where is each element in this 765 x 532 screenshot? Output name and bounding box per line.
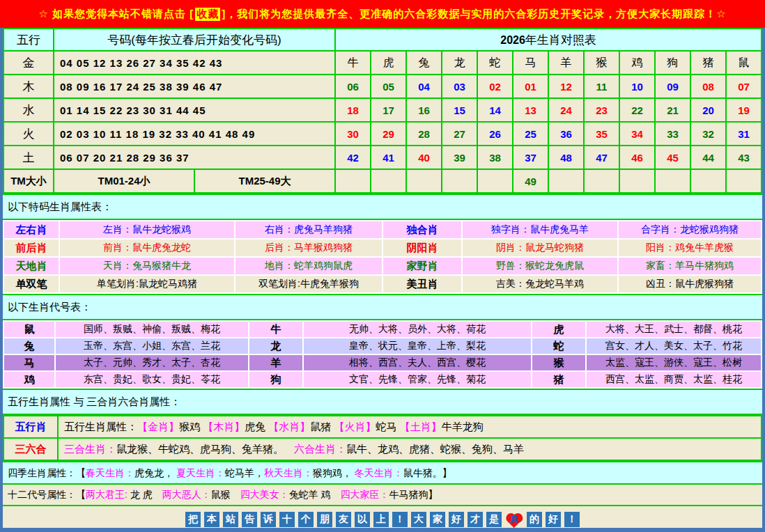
zodiac-number: 09 xyxy=(656,75,690,97)
text-segment: 虎兔龙， xyxy=(134,467,176,478)
text-segment: 春天生肖： xyxy=(86,467,134,478)
zodiac-number: 28 xyxy=(407,123,441,145)
element-row: 金04 05 12 13 26 27 34 35 42 43牛虎兔龙蛇马羊猴鸡狗… xyxy=(4,52,761,74)
zodiac-number: 14 xyxy=(478,99,512,121)
zodiac-label: 兔 xyxy=(407,52,441,74)
zodiac-number: 34 xyxy=(620,123,654,145)
slogan-char-box: 把 xyxy=(185,512,201,527)
text-segment: 猴鸡 xyxy=(179,421,203,432)
zodiac-label: 猪 xyxy=(691,52,725,74)
text-segment: 【水肖】 xyxy=(268,421,310,432)
element-label: 土 xyxy=(4,146,53,169)
attribute-label: 独合肖 xyxy=(383,221,461,238)
tm-zodiac-cell xyxy=(691,170,725,192)
zodiac-number: 01 xyxy=(513,75,548,97)
slogan-char-box: 个 xyxy=(298,512,314,527)
codes-value: 宫女、才人、美女、太子、竹花 xyxy=(587,338,761,354)
text-segment: 四大家臣： xyxy=(341,489,389,500)
element-row: 土06 07 20 21 28 29 36 374241403938374847… xyxy=(4,146,761,169)
main-header-row: 五行 号码(每年按立春后开始变化号码) 2026年生肖对照表 xyxy=(4,29,761,50)
attribute-value: 单笔划肖:鼠龙蛇马鸡猪 xyxy=(60,276,234,292)
zodiac-label: 龙 xyxy=(442,52,477,74)
top-banner: ☆ 如果您觉得本站不错请点击 [收藏]，我们将为您提供最齐全、更准确的六合彩数据… xyxy=(0,0,765,28)
zodiac-number: 17 xyxy=(371,99,405,121)
zodiac-label: 虎 xyxy=(371,52,405,74)
slogan-char-box: ！ xyxy=(392,512,408,527)
text-segment: 【土肖】 xyxy=(400,421,442,432)
attribute-value: 合字肖：龙蛇猴鸡狗猪 xyxy=(619,221,761,238)
text-segment: 十二代号属性：【 xyxy=(8,489,86,500)
zodiac-number: 46 xyxy=(620,146,654,169)
zodiac-number: 11 xyxy=(585,75,619,97)
codes-zodiac-label: 羊 xyxy=(249,355,302,370)
twelve-codes-row: 十二代号属性：【两大君王: 龙 虎 两大恶人：鼠猴 四大美女：兔蛇羊 鸡 四大家… xyxy=(3,483,762,506)
zodiac-number: 43 xyxy=(727,146,761,169)
zodiac-number: 38 xyxy=(478,146,512,169)
attribute-value: 左肖：鼠牛龙蛇猴鸡 xyxy=(60,221,234,238)
codes-zodiac-label: 猴 xyxy=(532,355,585,370)
slogan-char-box: 朋 xyxy=(317,512,332,527)
attribute-value: 阳肖：鸡兔牛羊虎猴 xyxy=(619,240,761,256)
zodiac-number: 45 xyxy=(656,146,690,169)
codes-zodiac-label: 鼠 xyxy=(4,322,54,337)
attribute-value: 阴肖：鼠龙马蛇狗猪 xyxy=(463,240,617,256)
zodiac-number: 41 xyxy=(371,146,405,169)
five-elements-table: 五行 号码(每年按立春后开始变化号码) 2026年生肖对照表 金04 05 12… xyxy=(3,28,762,194)
zodiac-number: 42 xyxy=(336,146,370,169)
section-title-codes: 以下生肖代号表： xyxy=(3,294,762,320)
slogan-char-box: 诉 xyxy=(261,512,276,527)
zodiac-label: 鼠 xyxy=(727,52,761,74)
element-numbers: 02 03 10 11 18 19 32 33 40 41 48 49 xyxy=(54,123,334,145)
codes-zodiac-label: 猪 xyxy=(532,372,585,387)
favorite-link[interactable]: 收藏 xyxy=(195,8,220,21)
zodiac-number: 03 xyxy=(442,75,477,97)
tm-row: TM大小TM01-24小TM25-49大49 xyxy=(4,170,761,192)
text-segment: 鼠牛猪。】 xyxy=(403,467,452,478)
wuxing-row: 三六合三合生肖：鼠龙猴、牛蛇鸡、虎马狗、兔羊猪。 六合生肖：鼠牛、龙鸡、虎猪、蛇… xyxy=(4,439,761,460)
slogan-char-box: 告 xyxy=(242,512,257,527)
section-title-attributes: 以下特码生肖属性表： xyxy=(3,194,762,220)
slogan-char-box: 的 xyxy=(527,512,542,527)
tm-zodiac-cell xyxy=(478,170,512,192)
header-wuxing: 五行 xyxy=(4,29,53,50)
attribute-row: 单双笔单笔划肖:鼠龙蛇马鸡猪双笔划肖:牛虎兔羊猴狗美丑肖吉美：兔龙蛇马羊鸡凶丑：… xyxy=(4,276,761,292)
tm-zodiac-cell: 49 xyxy=(513,170,548,192)
attribute-value: 双笔划肖:牛虎兔羊猴狗 xyxy=(235,276,382,292)
codes-zodiac-label: 马 xyxy=(4,355,54,370)
codes-value: 大将、大王、武士、都督、桃花 xyxy=(587,322,761,337)
codes-value: 太子、元帅、秀才、太子、杏花 xyxy=(56,355,248,370)
attribute-value: 吉美：兔龙蛇马羊鸡 xyxy=(463,276,617,292)
zodiac-number: 23 xyxy=(585,99,619,121)
zodiac-number: 44 xyxy=(691,146,725,169)
attribute-label: 前后肖 xyxy=(4,240,59,256)
codes-row: 兔玉帝、东宫、小姐、东宫、兰花龙皇帝、状元、皇帝、上帝、梨花蛇宫女、才人、美女、… xyxy=(4,338,761,354)
text-segment: 牛马猪狗】 xyxy=(389,489,438,500)
codes-value: 无帅、大将、员外、大将、荷花 xyxy=(304,322,531,337)
text-segment: 鼠猴 xyxy=(211,489,240,500)
text-segment: 蛇马 xyxy=(376,421,400,432)
zodiac-number: 33 xyxy=(656,123,690,145)
tm-zodiac-cell xyxy=(727,170,761,192)
element-row: 火02 03 10 11 18 19 32 33 40 41 48 493029… xyxy=(4,123,761,145)
zodiac-number: 36 xyxy=(549,123,583,145)
tm-zodiac-cell xyxy=(371,170,405,192)
codes-value: 东宫、贵妃、歌女、贵妃、苓花 xyxy=(56,372,248,387)
banner-text-suffix: ]，我们将为您提供最齐全、更准确的六合彩数据与实用的六合彩历史开奖记录，方便大家… xyxy=(222,8,726,21)
codes-value: 玉帝、东宫、小姐、东宫、兰花 xyxy=(56,338,248,354)
attribute-value: 右肖：虎兔马羊狗猪 xyxy=(235,221,382,238)
text-segment: 【木肖】 xyxy=(203,421,245,432)
attribute-value: 独字肖：鼠牛虎兔马羊 xyxy=(463,221,617,238)
season-zodiac-row: 四季生肖属性：【春天生肖：虎兔龙， 夏天生肖：蛇马羊，秋天生肖：猴狗鸡， 冬天生… xyxy=(3,461,762,483)
text-segment: 六合生肖： xyxy=(294,443,346,455)
text-segment: 夏天生肖： xyxy=(176,467,225,478)
text-segment: 秋天生肖： xyxy=(264,467,313,478)
codes-zodiac-label: 虎 xyxy=(532,322,585,337)
header-zodiac-year: 2026年生肖对照表 xyxy=(336,29,761,50)
slogan-char-box: 友 xyxy=(336,512,351,527)
zodiac-number: 22 xyxy=(620,99,654,121)
zodiac-number: 48 xyxy=(549,146,583,169)
zodiac-number: 47 xyxy=(585,146,619,169)
codes-row: 马太子、元帅、秀才、太子、杏花羊相将、西宫、夫人、西宫、樱花猴太监、寇王、游侠、… xyxy=(4,355,761,370)
text-segment: 两大君王: xyxy=(86,489,130,500)
text-segment: 三合生肖： xyxy=(64,443,116,455)
